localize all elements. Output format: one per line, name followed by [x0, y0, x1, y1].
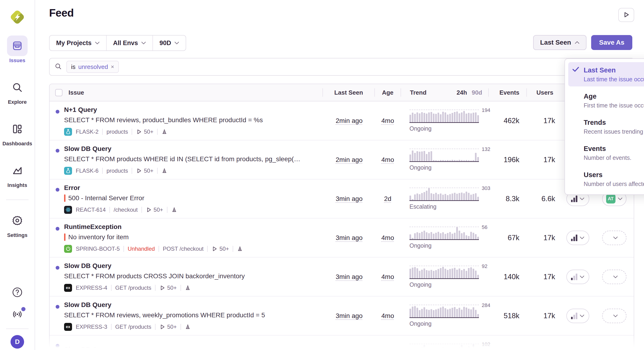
sidebar-item-explore[interactable]: Explore: [0, 77, 34, 105]
users-count: 17k: [544, 234, 555, 242]
bar-chart-icon: [571, 313, 577, 319]
issue-row[interactable]: Slow DB Query SELECT * FROM products 3mi…: [50, 336, 634, 350]
issue-title[interactable]: RuntimeException: [64, 223, 243, 231]
sidebar-item-issues[interactable]: Issues: [0, 35, 34, 63]
react-project-icon: [64, 206, 72, 214]
sort-menu-item[interactable]: Users Number of users affected.: [568, 167, 644, 191]
replay-count[interactable]: 50+: [159, 324, 177, 330]
user-avatar[interactable]: D: [10, 335, 24, 349]
events-count: 8.3k: [506, 195, 519, 203]
issue-title[interactable]: Error: [64, 184, 177, 192]
sort-menu-item[interactable]: Age First time the issue occurred.: [568, 88, 644, 113]
issue-title[interactable]: Slow DB Query: [64, 301, 265, 309]
sort-option-description: Recent issues trending upward.: [584, 128, 644, 135]
issue-graph-button[interactable]: [566, 309, 589, 323]
issue-subtitle: SELECT * FROM reviews, product_bundles W…: [64, 116, 263, 124]
issue-title[interactable]: Slow DB Query: [64, 262, 245, 270]
replay-count[interactable]: 50+: [212, 246, 229, 252]
divider: [155, 285, 156, 291]
issue-graph-button[interactable]: [566, 348, 589, 350]
issue-title[interactable]: Slow DB Query: [64, 145, 300, 153]
issue-row[interactable]: N+1 Query SELECT * FROM reviews, product…: [50, 101, 634, 140]
project-slug[interactable]: EXPRESS-3: [76, 324, 107, 330]
sort-menu-item[interactable]: Events Number of events.: [568, 141, 644, 165]
last-seen-value: 2min ago: [336, 117, 362, 124]
help-button[interactable]: [11, 287, 24, 299]
issue-row[interactable]: Error 500 - Internal Server Error REACT-…: [50, 179, 634, 218]
users-count: 6.6k: [541, 195, 555, 203]
sort-option-label: Last Seen: [584, 66, 644, 74]
chip-value: unresolved: [78, 63, 108, 70]
sort-menu-item[interactable]: Last Seen Last time the issue occurred.: [568, 62, 644, 86]
sidebar-item-label: Settings: [7, 232, 28, 238]
cone-icon: [171, 207, 177, 213]
play-icon: [212, 246, 218, 252]
sentry-logo-icon[interactable]: [8, 8, 26, 26]
trend-bars: [410, 305, 479, 318]
issue-title[interactable]: Slow DB Query: [64, 346, 142, 350]
date-range-filter[interactable]: 90D: [152, 35, 186, 50]
divider: [111, 324, 112, 330]
issue-search-input[interactable]: is unresolved ×: [49, 58, 634, 76]
select-all-checkbox[interactable]: [55, 89, 62, 96]
sort-dropdown-menu: Last Seen Last time the issue occurred. …: [564, 58, 644, 195]
cone-icon: [161, 129, 168, 135]
issue-meta: FLASK-2products50+: [64, 128, 263, 136]
issue-graph-button[interactable]: [566, 270, 589, 284]
issue-meta: REACT-614/checkout50+: [64, 206, 177, 214]
users-column-header[interactable]: Users: [526, 88, 561, 97]
trend-status: Ongoing: [410, 164, 479, 171]
sidebar-item-dashboards[interactable]: Dashboards: [0, 119, 34, 147]
environment-filter[interactable]: All Envs: [106, 35, 153, 50]
replay-count[interactable]: 50+: [159, 285, 177, 291]
filter-chip-is-unresolved[interactable]: is unresolved ×: [66, 61, 119, 73]
trend-max-value: 92: [482, 263, 487, 269]
issue-row[interactable]: Slow DB Query SELECT * FROM products CRO…: [50, 258, 634, 297]
trend-24h-toggle[interactable]: 24h: [456, 88, 467, 97]
issue-column-header[interactable]: Issue: [68, 88, 84, 97]
issue-row[interactable]: RuntimeException No inventory for item S…: [50, 218, 634, 258]
replay-count[interactable]: 50+: [136, 168, 154, 174]
replay-count[interactable]: 50+: [136, 128, 154, 135]
project-slug[interactable]: EXPRESS-4: [76, 285, 107, 291]
sidebar-item-settings[interactable]: Settings: [0, 210, 34, 238]
last-seen-column-header[interactable]: Last Seen: [322, 88, 374, 97]
issues-table: Issue Last Seen Age Trend 24h 90d Events…: [49, 84, 634, 350]
project-slug[interactable]: FLASK-2: [76, 128, 98, 135]
assignee-button[interactable]: [602, 348, 626, 350]
replay-tour-button[interactable]: [618, 8, 634, 22]
sort-option-description: Last time the issue occurred.: [584, 76, 644, 83]
project-slug[interactable]: FLASK-6: [76, 168, 98, 174]
sort-option-description: Number of events.: [584, 154, 631, 161]
table-header: Issue Last Seen Age Trend 24h 90d Events…: [50, 84, 634, 101]
sort-by-button[interactable]: Last Seen: [533, 35, 586, 50]
users-count: 17k: [544, 156, 555, 164]
replay-count[interactable]: 50+: [146, 207, 163, 213]
whats-new-button[interactable]: [11, 308, 24, 321]
project-slug[interactable]: SPRING-BOOT-5: [76, 246, 120, 252]
assignee-button[interactable]: [602, 309, 626, 323]
checkmark-icon: [572, 118, 584, 119]
assignee-button[interactable]: [602, 270, 626, 284]
chip-remove-icon[interactable]: ×: [111, 63, 114, 70]
trend-90d-toggle[interactable]: 90d: [472, 88, 482, 97]
project-filter[interactable]: My Projects: [50, 35, 106, 50]
assignee-button[interactable]: [602, 231, 626, 245]
issue-row[interactable]: Slow DB Query SELECT * FROM products WHE…: [50, 140, 634, 179]
issue-route: GET /products: [115, 285, 151, 291]
bar-chart-icon: [571, 196, 577, 202]
issue-graph-button[interactable]: [566, 231, 589, 245]
issue-row[interactable]: Slow DB Query SELECT * FROM reviews, wee…: [50, 297, 634, 336]
issue-title[interactable]: N+1 Query: [64, 106, 263, 114]
divider: [6, 329, 28, 329]
save-as-button[interactable]: Save As: [591, 35, 632, 50]
sort-menu-item[interactable]: Trends Recent issues trending upward.: [568, 114, 644, 139]
age-column-header[interactable]: Age: [374, 88, 400, 97]
events-column-header[interactable]: Events: [488, 88, 526, 97]
events-count: 196k: [504, 156, 519, 164]
trend-max-value: 132: [482, 146, 490, 152]
status-dot: [56, 344, 60, 348]
sidebar-item-insights[interactable]: Insights: [0, 160, 34, 188]
project-slug[interactable]: REACT-614: [76, 207, 106, 213]
trend-bars: [410, 110, 479, 123]
